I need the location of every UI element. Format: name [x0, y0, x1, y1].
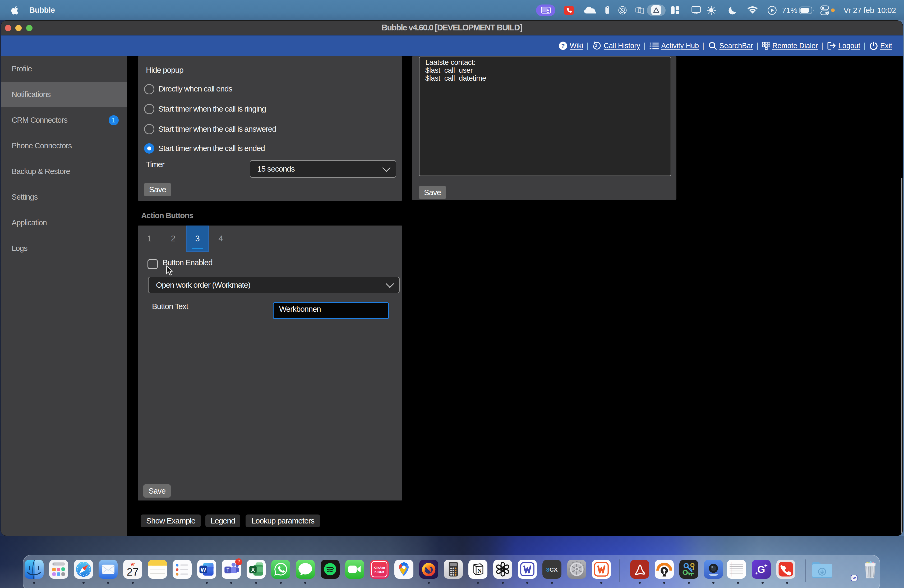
svg-text:G: G — [757, 564, 765, 575]
svg-text:X: X — [251, 567, 255, 573]
svg-text:KlikAan: KlikAan — [373, 566, 385, 569]
svg-text:27: 27 — [127, 566, 139, 578]
svg-text:KlikUit: KlikUit — [375, 570, 384, 574]
svg-text:?: ? — [561, 42, 565, 49]
svg-text:3CX: 3CX — [546, 566, 558, 573]
svg-text:W: W — [201, 566, 206, 573]
svg-text:T: T — [226, 567, 229, 573]
svg-text:N: N — [478, 568, 482, 574]
